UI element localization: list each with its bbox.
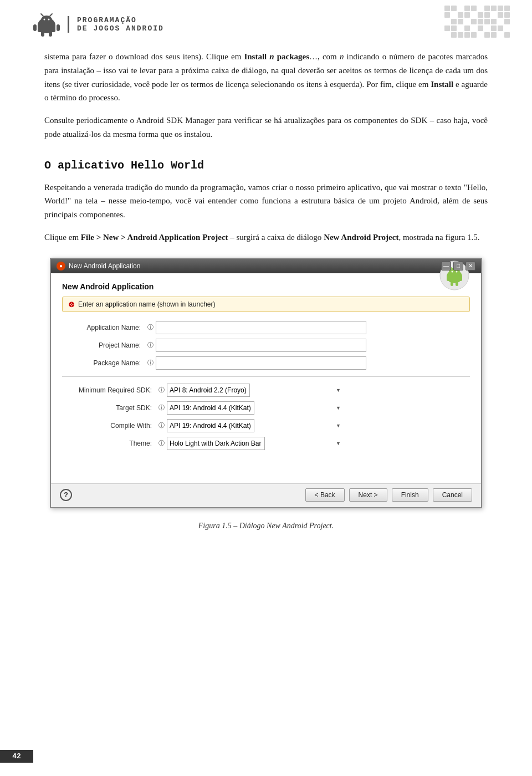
para1-install2: Install [431, 80, 453, 89]
para4-mid: – surgirá a caixa de diálogo [228, 233, 324, 242]
dialog-title: New Android Application [69, 262, 140, 270]
min-sdk-info-icon[interactable]: ⓘ [158, 386, 165, 394]
target-sdk-select[interactable]: API 19: Android 4.4 (KitKat) [167, 401, 254, 415]
help-button[interactable]: ? [60, 489, 72, 501]
svg-point-4 [48, 19, 50, 21]
figure-caption: Figura 1.5 – Diálogo New Android Project… [44, 522, 488, 530]
paragraph-1: sistema para fazer o download dos seus i… [44, 50, 488, 105]
project-name-info-icon[interactable]: ⓘ [147, 341, 154, 349]
dialog-warning: ⊗ Enter an application name (shown in la… [62, 297, 470, 312]
svg-rect-7 [33, 24, 37, 31]
svg-rect-1 [38, 24, 55, 32]
svg-rect-18 [447, 275, 449, 281]
svg-line-6 [50, 14, 52, 16]
maximize-button[interactable]: □ [453, 262, 463, 270]
theme-group: Theme: ⓘ Holo Light with Dark Action Bar [62, 437, 470, 450]
project-name-input[interactable] [156, 339, 366, 352]
page-number: 42 [0, 750, 33, 763]
target-sdk-group: Target SDK: ⓘ API 19: Android 4.4 (KitKa… [62, 401, 470, 415]
project-name-label: Project Name: [73, 341, 145, 349]
para1-start: sistema para fazer o download dos seus i… [44, 52, 244, 61]
compile-with-select[interactable]: API 19: Android 4.4 (KitKat) [167, 419, 254, 432]
paragraph-3: Respeitando a venerada tradição do mundo… [44, 181, 488, 222]
svg-point-3 [44, 19, 45, 21]
paragraph-4: Clique em File > New > Android Applicati… [44, 231, 488, 244]
dialog-footer-right: < Back Next > Finish Cancel [305, 488, 472, 502]
compile-with-label: Compile With: [73, 422, 156, 430]
dialog-titlebar-buttons: — □ ✕ [441, 262, 475, 270]
svg-rect-8 [57, 24, 60, 31]
application-name-group: Application Name: ⓘ [62, 321, 470, 334]
header-logo: PROGRAMAÇÃO DE JOGOS ANDROID [33, 11, 164, 38]
warning-icon: ⊗ [68, 300, 75, 309]
svg-point-14 [452, 270, 453, 272]
page-header: PROGRAMAÇÃO DE JOGOS ANDROID [0, 0, 532, 44]
finish-button[interactable]: Finish [392, 488, 428, 502]
close-button[interactable]: ✕ [466, 262, 475, 270]
svg-point-2 [41, 16, 52, 24]
svg-rect-21 [456, 281, 458, 286]
header-decoration [444, 6, 510, 38]
cancel-button[interactable]: Cancel [433, 488, 472, 502]
min-sdk-select[interactable]: API 8: Android 2.2 (Froyo) [167, 384, 250, 397]
application-name-label: Application Name: [73, 324, 145, 331]
svg-rect-20 [451, 281, 453, 286]
next-button[interactable]: Next > [349, 488, 387, 502]
dialog-screenshot: ● New Android Application — □ ✕ [50, 258, 482, 508]
package-name-input[interactable] [156, 356, 366, 370]
header-title-bottom: DE JOGOS ANDROID [77, 24, 164, 33]
project-name-group: Project Name: ⓘ [62, 339, 470, 352]
theme-info-icon[interactable]: ⓘ [158, 439, 165, 447]
target-sdk-label: Target SDK: [73, 404, 156, 412]
para4-start: Clique em [44, 233, 81, 242]
min-sdk-group: Minimum Required SDK: ⓘ API 8: Android 2… [62, 384, 470, 397]
dialog-separator-1 [62, 376, 470, 377]
svg-rect-10 [49, 31, 52, 37]
svg-point-15 [456, 270, 458, 272]
para4-bold: New Android Project [324, 233, 398, 242]
main-content: sistema para fazer o download dos seus i… [0, 44, 532, 561]
header-title-block: PROGRAMAÇÃO DE JOGOS ANDROID [68, 16, 164, 33]
dialog-footer-left: ? [60, 489, 72, 501]
minimize-button[interactable]: — [441, 262, 451, 270]
dialog-footer: ? < Back Next > Finish Cancel [51, 483, 481, 507]
min-sdk-label: Minimum Required SDK: [73, 386, 156, 394]
dialog-titlebar: ● New Android Application — □ ✕ [51, 259, 481, 273]
svg-rect-9 [41, 31, 44, 37]
package-name-group: Package Name: ⓘ [62, 356, 470, 370]
dialog-spacer [62, 455, 470, 477]
package-name-info-icon[interactable]: ⓘ [147, 359, 154, 367]
svg-line-5 [41, 14, 43, 16]
dialog-titlebar-left: ● New Android Application [57, 262, 140, 270]
section-heading-hello-world: O aplicativo Hello World [44, 159, 488, 172]
target-sdk-info-icon[interactable]: ⓘ [158, 404, 165, 412]
para1-install-bold: Install n packages [244, 52, 309, 61]
application-name-input[interactable] [156, 321, 366, 334]
compile-info-icon[interactable]: ⓘ [158, 421, 165, 430]
para4-menu: File > New > Android Application Project [81, 233, 228, 242]
dialog-warning-text: Enter an application name (shown in laun… [78, 300, 215, 308]
dialog-body: New Android Application ⊗ Enter an appli… [51, 273, 481, 483]
compile-with-group: Compile With: ⓘ API 19: Android 4.4 (Kit… [62, 419, 470, 432]
app-name-info-icon[interactable]: ⓘ [147, 323, 154, 331]
package-name-label: Package Name: [73, 359, 145, 367]
para4-end: , mostrada na figura 1.5. [398, 233, 479, 242]
svg-rect-19 [459, 275, 462, 281]
dialog-section-title: New Android Application [62, 282, 470, 291]
paragraph-2: Consulte periodicamente o Android SDK Ma… [44, 114, 488, 141]
dialog-titlebar-icon: ● [57, 262, 65, 270]
theme-label: Theme: [73, 440, 156, 447]
theme-select[interactable]: Holo Light with Dark Action Bar [167, 437, 265, 450]
header-title-top: PROGRAMAÇÃO [77, 16, 164, 24]
back-button[interactable]: < Back [305, 488, 345, 502]
android-logo-icon [33, 11, 60, 38]
